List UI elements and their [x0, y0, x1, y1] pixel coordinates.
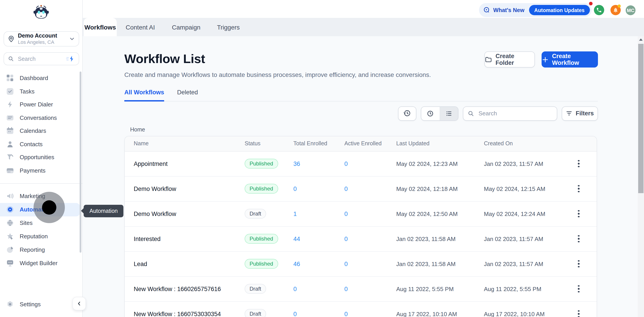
list-icon: [446, 110, 452, 117]
sidebar-item-reporting[interactable]: Reporting: [0, 243, 83, 256]
created-on: Jan 02 2023, 11:57 AM: [484, 160, 574, 167]
total-enrolled-link[interactable]: 0: [294, 286, 344, 292]
user-avatar[interactable]: MC: [626, 5, 636, 15]
marketing-icon: [6, 192, 14, 200]
workflow-name[interactable]: Demo Workflow: [125, 185, 245, 192]
enrollment-history-button[interactable]: [398, 106, 416, 120]
tab-workflows[interactable]: Workflows: [84, 18, 117, 36]
total-enrolled-link[interactable]: 44: [294, 236, 344, 242]
workflow-name[interactable]: Appointment: [125, 160, 245, 167]
sidebar-nav-secondary: Marketing Automation Sites Reputation Re…: [0, 189, 83, 270]
workflow-name[interactable]: Demo Workflow: [125, 210, 245, 217]
scrollbar-thumb[interactable]: [638, 44, 644, 193]
table-row[interactable]: Interested Published 44 0 Jan 02 2023, 1…: [125, 226, 596, 252]
widget-builder-icon: [6, 259, 14, 267]
table-row[interactable]: Appointment Published 36 0 May 02 2024, …: [125, 151, 596, 176]
topbar: Workflows Content AI Campaign Triggers W…: [83, 0, 644, 36]
table-row[interactable]: New Workflow : 1660753030354 Draft 0 0 A…: [125, 302, 596, 317]
chevron-left-icon: [76, 300, 82, 307]
create-folder-button[interactable]: Create Folder: [484, 52, 535, 68]
breadcrumb[interactable]: Home: [130, 126, 598, 132]
row-menu-button[interactable]: [575, 234, 583, 243]
whatsapp-button[interactable]: [594, 5, 604, 15]
row-menu-button[interactable]: [575, 259, 583, 268]
tab-campaign[interactable]: Campaign: [168, 24, 205, 31]
notifications-button[interactable]: [610, 5, 621, 15]
sidebar-item-tasks[interactable]: Tasks: [0, 85, 83, 98]
tab-all-workflows[interactable]: All Workflows: [124, 89, 164, 101]
workflow-name[interactable]: New Workflow : 1660753030354: [125, 310, 245, 317]
sidebar-item-label: Reputation: [20, 233, 48, 240]
last-updated: Jan 02 2023, 11:58 AM: [396, 260, 484, 267]
sidebar-divider: [0, 183, 83, 184]
sidebar-collapse-button[interactable]: [72, 297, 86, 310]
total-enrolled-link[interactable]: 36: [294, 160, 344, 167]
topbar-right-cluster: What's New Automation Updates MC: [479, 3, 636, 17]
row-menu-button[interactable]: [575, 159, 583, 168]
sidebar-item-dashboard[interactable]: Dashboard: [0, 72, 83, 85]
sites-icon: [6, 219, 14, 227]
created-on: Aug 11 2022, 5:55 PM: [484, 286, 574, 292]
sidebar-item-marketing[interactable]: Marketing: [0, 189, 83, 203]
module-tabstrip: Workflows Content AI Campaign Triggers: [83, 18, 644, 36]
workflow-name[interactable]: Interested: [125, 236, 245, 242]
automation-updates-badge[interactable]: Automation Updates: [529, 5, 590, 15]
sidebar-item-power-dialer[interactable]: Power Dialer: [0, 98, 83, 111]
last-updated: Aug 11 2022, 5:55 PM: [396, 286, 484, 292]
filters-label: Filters: [576, 110, 594, 117]
sidebar-item-conversations[interactable]: Conversations: [0, 111, 83, 124]
table-row[interactable]: Demo Workflow Published 0 0 May 02 2024,…: [125, 176, 596, 202]
sidebar-item-opportunities[interactable]: Opportunities: [0, 151, 83, 164]
sidebar-search-input[interactable]: [17, 55, 66, 62]
sidebar-item-settings[interactable]: Settings: [0, 297, 83, 311]
whats-new-button[interactable]: What's New Automation Updates: [479, 3, 592, 17]
tab-deleted[interactable]: Deleted: [177, 89, 198, 101]
time-view-toggle[interactable]: [421, 107, 440, 120]
active-enrolled-link[interactable]: 0: [344, 210, 396, 217]
window-scrollbar[interactable]: [638, 36, 644, 317]
sidebar-item-contacts[interactable]: Contacts: [0, 138, 83, 151]
workflow-name[interactable]: New Workflow : 1660265757616: [125, 286, 245, 292]
table-row[interactable]: Demo Workflow Draft 1 0 May 02 2024, 12:…: [125, 202, 596, 226]
settings-gear-icon: [6, 300, 14, 308]
sidebar-item-automation[interactable]: Automation: [0, 203, 80, 216]
page-actions: Create Folder Create Workflow: [484, 52, 598, 68]
scrollbar-up-arrow[interactable]: [638, 36, 644, 43]
create-workflow-button[interactable]: Create Workflow: [542, 52, 598, 68]
total-enrolled-link[interactable]: 0: [294, 310, 344, 317]
create-folder-label: Create Folder: [496, 53, 534, 66]
row-menu-button[interactable]: [575, 209, 583, 218]
active-enrolled-link[interactable]: 0: [344, 236, 396, 242]
account-switcher[interactable]: Demo Account Los Angeles, CA: [4, 31, 79, 46]
active-enrolled-link[interactable]: 0: [344, 310, 396, 317]
active-enrolled-link[interactable]: 0: [344, 160, 396, 167]
sidebar-scrollbar[interactable]: [80, 72, 82, 252]
active-enrolled-link[interactable]: 0: [344, 185, 396, 192]
list-view-toggle[interactable]: [440, 107, 458, 120]
table-row[interactable]: New Workflow : 1660265757616 Draft 0 0 A…: [125, 276, 596, 302]
sidebar-item-payments[interactable]: Payments: [0, 164, 83, 177]
tab-content-ai[interactable]: Content AI: [121, 24, 160, 31]
row-menu-button[interactable]: [575, 184, 583, 193]
filters-button[interactable]: Filters: [562, 106, 598, 120]
quick-actions-bolt-icon[interactable]: [66, 56, 75, 62]
active-enrolled-link[interactable]: 0: [344, 286, 396, 292]
table-row[interactable]: Lead Published 46 0 Jan 02 2023, 11:58 A…: [125, 252, 596, 276]
column-header-active-enrolled: Active Enrolled: [344, 140, 396, 147]
sidebar-item-widget-builder[interactable]: Widget Builder: [0, 256, 83, 270]
total-enrolled-link[interactable]: 0: [294, 185, 344, 192]
tab-triggers[interactable]: Triggers: [212, 24, 244, 31]
row-menu-button[interactable]: [575, 284, 583, 293]
table-search-input[interactable]: [478, 110, 552, 117]
sidebar-item-reputation[interactable]: Reputation: [0, 230, 83, 243]
column-header-created-on: Created On: [484, 140, 574, 147]
total-enrolled-link[interactable]: 46: [294, 260, 344, 267]
workflow-name[interactable]: Lead: [125, 260, 245, 267]
reputation-icon: [6, 232, 14, 240]
sidebar-item-sites[interactable]: Sites: [0, 216, 83, 230]
row-menu-button[interactable]: [575, 310, 583, 317]
total-enrolled-link[interactable]: 1: [294, 210, 344, 217]
sidebar-item-label: Sites: [20, 220, 33, 226]
sidebar-item-calendars[interactable]: Calendars: [0, 124, 83, 138]
active-enrolled-link[interactable]: 0: [344, 260, 396, 267]
